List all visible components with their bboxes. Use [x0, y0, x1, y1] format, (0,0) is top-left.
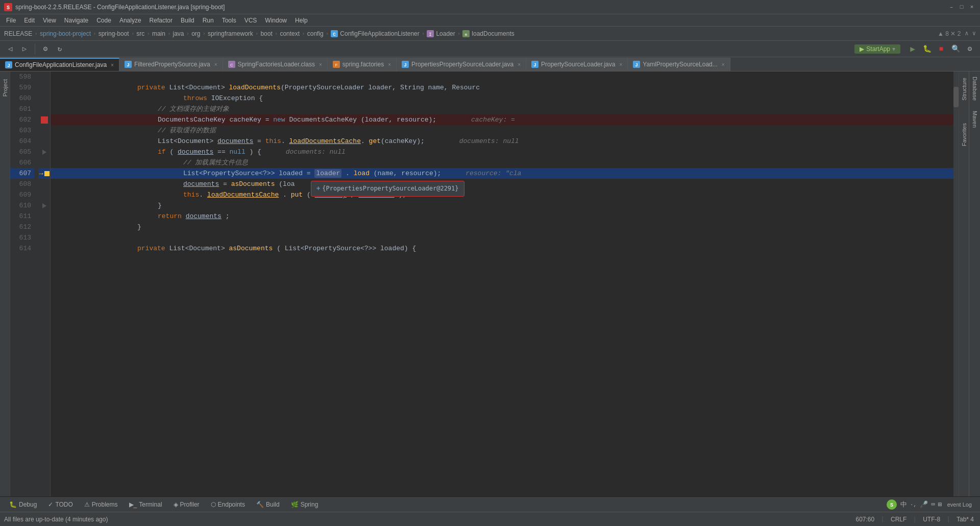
editor-tabs: J ConfigFileApplicationListener.java × J… [0, 57, 980, 71]
menu-view[interactable]: View [39, 14, 60, 27]
encoding[interactable]: UTF-8 [921, 516, 942, 523]
menu-code[interactable]: Code [92, 14, 115, 27]
tooltip-expand-icon[interactable]: + [316, 183, 320, 194]
debug-tooltip[interactable]: + {PropertiesPropertySourceLoader@2291} [311, 181, 464, 197]
menu-window[interactable]: Window [261, 14, 291, 27]
close-button[interactable]: × [968, 3, 976, 11]
code-line-606: // 加载属性文件信息 [51, 157, 953, 168]
menu-file[interactable]: File [2, 14, 20, 27]
fold-arrow-610[interactable] [42, 203, 46, 208]
terminal-tab[interactable]: ▶_ Terminal [124, 497, 167, 512]
tab-close-1[interactable]: × [111, 62, 114, 68]
bottom-toolbar: 🐛 Debug ✓ TODO ⚠ Problems ▶_ Terminal ◈ … [0, 496, 980, 512]
menu-navigate[interactable]: Navigate [60, 14, 92, 27]
app-list-icon: ⊞ [938, 500, 942, 509]
line-ending[interactable]: CRLF [889, 516, 909, 523]
menu-run[interactable]: Run [199, 14, 218, 27]
breakpoint-607[interactable] [44, 171, 50, 176]
start-label: StartApp [866, 45, 890, 53]
window-controls[interactable]: – □ × [947, 3, 976, 11]
profiler-tab[interactable]: ◈ Profiler [168, 497, 205, 512]
maximize-button[interactable]: □ [958, 3, 966, 11]
debug-tab[interactable]: 🐛 Debug [4, 497, 42, 512]
breadcrumb-src[interactable]: src [136, 30, 144, 37]
breadcrumb-boot[interactable]: boot [260, 30, 272, 37]
forward-button[interactable]: ▷ [18, 43, 31, 55]
tab-spring-factories-loader[interactable]: C SpringFactoriesLoader.class × [223, 58, 328, 71]
tab-close-3[interactable]: × [319, 62, 322, 67]
menu-build[interactable]: Build [177, 14, 199, 27]
vertical-scrollbar[interactable] [953, 71, 959, 496]
nav-arrows[interactable]: ∧ ∨ [965, 30, 976, 37]
favorites-tab[interactable]: Favorites [960, 117, 968, 152]
profiler-label: Profiler [180, 501, 200, 508]
menu-analyze[interactable]: Analyze [115, 14, 145, 27]
indent[interactable]: Tab* 4 [954, 516, 976, 523]
breadcrumb-method[interactable]: loadDocuments [472, 30, 514, 37]
tab-property-source-loader[interactable]: J PropertySourceLoader.java × [526, 58, 628, 71]
breadcrumb-java[interactable]: java [173, 30, 184, 37]
tab-close-6[interactable]: × [619, 62, 622, 67]
settings-button[interactable]: ⚙ [39, 43, 52, 55]
start-dropdown[interactable]: ▾ [892, 45, 895, 53]
refresh-button[interactable]: ↻ [54, 43, 66, 55]
start-app-button[interactable]: ▶ StartApp ▾ [854, 44, 900, 54]
search-button[interactable]: 🔍 [949, 43, 962, 55]
endpoints-tab[interactable]: ⬡ Endpoints [206, 497, 250, 512]
tab-spring-factories[interactable]: F spring.factories × [328, 58, 397, 71]
todo-tab[interactable]: ✓ TODO [43, 497, 78, 512]
spring-tab[interactable]: 🌿 Spring [286, 497, 324, 512]
problems-tab[interactable]: ⚠ Problems [79, 497, 123, 512]
menu-tools[interactable]: Tools [218, 14, 240, 27]
maven-tab[interactable]: Maven [970, 106, 979, 133]
breadcrumb-org[interactable]: org [191, 30, 200, 37]
code-editor[interactable]: private List<Document> loadDocuments(Pro… [51, 71, 953, 496]
cursor-position[interactable]: 607:60 [853, 516, 876, 523]
breadcrumb-config[interactable]: config [307, 30, 324, 37]
tab-config-file-listener[interactable]: J ConfigFileApplicationListener.java × [0, 58, 119, 71]
settings2-button[interactable]: ⚙ [964, 43, 976, 55]
breadcrumb-springframework[interactable]: springframework [208, 30, 253, 37]
code-line-603: // 获取缓存的数据 [51, 125, 953, 136]
run-button[interactable]: ▶ [906, 43, 919, 55]
breadcrumb-context[interactable]: context [280, 30, 300, 37]
debug-button[interactable]: 🐛 [921, 43, 933, 55]
punctuation-mode: ·, [910, 501, 917, 508]
menu-refactor[interactable]: Refactor [145, 14, 177, 27]
java-icon-5: J [402, 61, 409, 68]
tab-label-6: PropertySourceLoader.java [541, 61, 615, 68]
fold-arrow-605[interactable] [42, 150, 46, 155]
breadcrumb-spring-boot[interactable]: spring-boot [99, 30, 129, 37]
breadcrumb-loader[interactable]: Loader [436, 30, 455, 37]
tab-yaml-loader[interactable]: J YamlPropertySourceLoad... × [628, 58, 730, 71]
breadcrumb-main[interactable]: main [152, 30, 165, 37]
minimize-button[interactable]: – [947, 3, 955, 11]
tab-filtered-property[interactable]: J FilteredPropertySource.java × [119, 58, 223, 71]
breadcrumb-class[interactable]: ConfigFileApplicationListener [340, 30, 419, 37]
tab-close-4[interactable]: × [388, 62, 391, 67]
tooltip-text: {PropertiesPropertySourceLoader@2291} [322, 183, 458, 194]
breakpoint-602[interactable] [41, 116, 48, 124]
database-tab[interactable]: Database [970, 71, 979, 106]
scroll-thumb[interactable] [953, 87, 959, 107]
back-button[interactable]: ◁ [4, 43, 16, 55]
class-icon-tab: C [228, 61, 235, 68]
tab-close-5[interactable]: × [518, 62, 521, 67]
menu-edit[interactable]: Edit [20, 14, 39, 27]
breadcrumb-release[interactable]: RELEASE [4, 30, 32, 37]
project-tab[interactable]: Project [1, 71, 9, 104]
event-log-label[interactable]: event Log [947, 501, 976, 508]
java-icon-1: J [5, 61, 12, 68]
tab-properties-loader[interactable]: J PropertiesPropertySourceLoader.java × [397, 58, 526, 71]
build-tab[interactable]: 🔨 Build [251, 497, 285, 512]
svg-text:C: C [333, 32, 336, 37]
menu-vcs[interactable]: VCS [240, 14, 261, 27]
code-line-604: List<Document> documents = this. loadDoc… [51, 136, 953, 147]
structure-tab[interactable]: Structure [960, 71, 968, 107]
tab-close-2[interactable]: × [214, 62, 217, 67]
menu-help[interactable]: Help [291, 14, 312, 27]
svg-text:J: J [533, 62, 536, 67]
breadcrumb-project[interactable]: spring-boot-project [40, 30, 91, 37]
tab-close-7[interactable]: × [722, 62, 725, 67]
stop-button[interactable]: ■ [935, 43, 947, 55]
